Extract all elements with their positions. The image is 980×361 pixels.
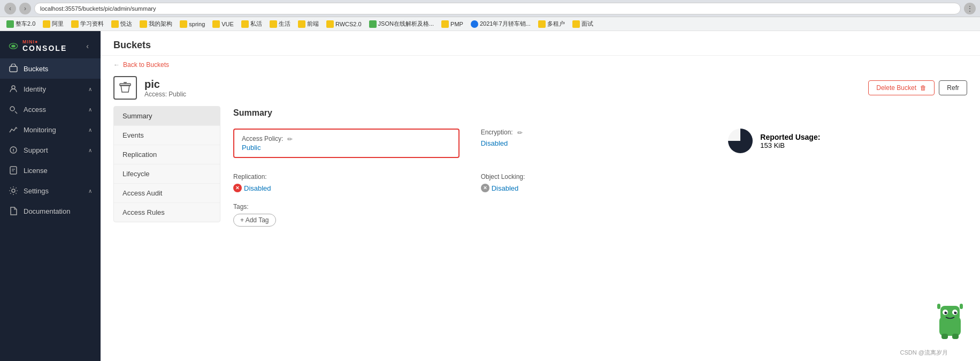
main-content: Buckets ← Back to Buckets pic [101, 31, 980, 361]
replication-disabled-icon: ✕ [233, 184, 242, 192]
sidebar-item-access[interactable]: Access ∧ [0, 99, 101, 119]
app-container: MINI● CONSOLE ‹ Buckets [0, 31, 980, 361]
refresh-button[interactable]: Refr [939, 80, 967, 95]
bookmark-frontend[interactable]: 前端 [295, 19, 322, 29]
bookmark-car[interactable]: 2021年7月轿车销... [468, 19, 534, 29]
left-nav-item-replication[interactable]: Replication [114, 145, 220, 164]
usage-section: Reported Usage: 153 KiB [728, 129, 954, 153]
encryption-value[interactable]: Disabled [481, 139, 707, 147]
svg-rect-6 [10, 167, 17, 174]
page-title: Buckets [113, 40, 967, 51]
logo-console: CONSOLE [22, 44, 67, 52]
left-nav-item-lifecycle[interactable]: Lifecycle [114, 164, 220, 184]
bookmark-icon-zhengche [6, 20, 14, 28]
logo-text: MINI● CONSOLE [22, 40, 67, 52]
left-nav-access-audit-label: Access Audit [122, 189, 162, 197]
bookmark-life[interactable]: 生活 [266, 19, 294, 29]
license-icon [9, 166, 18, 175]
panel-title: Summary [233, 108, 954, 118]
extensions-button[interactable]: ⋮ [964, 3, 976, 14]
tags-label: Tags: [233, 203, 460, 210]
left-nav-lifecycle-label: Lifecycle [122, 170, 150, 178]
minio-mascot [932, 300, 968, 343]
sidebar-item-buckets[interactable]: Buckets [0, 58, 101, 79]
bookmark-icon-rwcs [326, 20, 334, 28]
sidebar-item-identity-label: Identity [24, 85, 83, 93]
bookmark-icon-spring [180, 20, 187, 28]
bookmark-pmp[interactable]: PMP [438, 19, 466, 29]
breadcrumb: ← Back to Buckets [101, 56, 980, 72]
left-nav-item-access-rules[interactable]: Access Rules [114, 203, 220, 222]
sidebar-item-monitoring[interactable]: Monitoring ∧ [0, 119, 101, 140]
svg-point-4 [10, 107, 14, 111]
access-value: Public [169, 91, 186, 98]
bucket-icon-wrap [113, 76, 137, 100]
replication-value[interactable]: Disabled [244, 184, 271, 192]
left-nav-item-events[interactable]: Events [114, 126, 220, 145]
sidebar-item-support[interactable]: Support ∧ [0, 140, 101, 160]
bookmark-interview[interactable]: 面试 [569, 19, 596, 29]
bookmark-vue[interactable]: VUE [209, 19, 237, 29]
left-nav-item-summary[interactable]: Summary [114, 107, 220, 126]
bookmark-json[interactable]: JSON在线解析及格... [366, 19, 438, 29]
minio-logo-icon [9, 41, 18, 51]
replication-label: Replication: [233, 173, 460, 180]
svg-point-19 [946, 311, 947, 312]
access-policy-box: Access Policy: ✏ Public [233, 129, 460, 158]
delete-icon: 🗑 [920, 84, 927, 92]
url-bar[interactable]: localhost:35575/buckets/pic/admin/summar… [34, 3, 961, 14]
bookmark-private[interactable]: 私活 [238, 19, 265, 29]
sidebar-item-documentation-label: Documentation [24, 207, 92, 215]
bucket-left: pic Access: Public [113, 76, 186, 100]
bookmarks-bar: 整车2.0 阿里 学习资料 悦达 我的架构 spring VUE 私活 生活 前… [0, 17, 980, 31]
encryption-edit-icon[interactable]: ✏ [517, 129, 523, 137]
usage-text: Reported Usage: 153 KiB [760, 133, 820, 149]
access-policy-edit-icon[interactable]: ✏ [287, 136, 293, 143]
access-policy-value[interactable]: Public [242, 144, 261, 152]
sidebar-item-identity[interactable]: Identity ∧ [0, 79, 101, 99]
delete-bucket-button[interactable]: Delete Bucket 🗑 [868, 80, 935, 95]
sidebar-item-settings[interactable]: Settings ∧ [0, 180, 101, 201]
bookmark-study[interactable]: 学习资料 [68, 19, 107, 29]
bookmark-tenant[interactable]: 多租户 [535, 19, 568, 29]
monitoring-icon [9, 125, 18, 134]
browser-bar: ‹ › localhost:35575/buckets/pic/admin/su… [0, 0, 980, 17]
replication-disabled-badge: ✕ Disabled [233, 184, 460, 192]
bookmark-spring[interactable]: spring [177, 19, 208, 29]
sidebar-item-documentation[interactable]: Documentation [0, 201, 101, 221]
access-policy-section: Access Policy: ✏ Public [233, 129, 460, 162]
bookmark-zhengche[interactable]: 整车2.0 [3, 19, 39, 29]
svg-rect-2 [10, 66, 17, 72]
back-button[interactable]: ‹ [4, 3, 16, 14]
mascot-container [932, 300, 968, 345]
add-tag-button[interactable]: + Add Tag [233, 214, 276, 227]
sidebar-collapse-button[interactable]: ‹ [83, 41, 92, 51]
bookmark-icon-json [369, 20, 377, 28]
sidebar-item-monitoring-label: Monitoring [24, 126, 83, 134]
access-arrow-icon: ∧ [88, 107, 92, 112]
main-header: Buckets [101, 31, 980, 56]
bookmark-icon-vue [212, 20, 220, 28]
sidebar-item-buckets-label: Buckets [24, 65, 92, 73]
bookmark-architecture[interactable]: 我的架构 [136, 19, 175, 29]
reported-usage-title: Reported Usage: [760, 133, 820, 141]
sidebar: MINI● CONSOLE ‹ Buckets [0, 31, 101, 361]
sidebar-item-license[interactable]: License [0, 160, 101, 180]
object-locking-value[interactable]: Disabled [492, 184, 519, 192]
bookmark-icon-tenant [538, 20, 546, 28]
bookmark-icon-car [471, 20, 478, 28]
bookmark-yueda[interactable]: 悦达 [108, 19, 135, 29]
bucket-icon [118, 81, 132, 95]
left-nav-panel: Summary Events Replication Lifecycle Acc… [113, 106, 220, 222]
svg-point-1 [11, 44, 16, 47]
bookmark-icon-life [270, 20, 277, 28]
left-nav-item-access-audit[interactable]: Access Audit [114, 184, 220, 203]
delete-bucket-label: Delete Bucket [876, 84, 916, 92]
left-nav-summary-label: Summary [122, 112, 152, 120]
add-tag-label: + Add Tag [240, 216, 269, 224]
forward-button[interactable]: › [19, 3, 31, 14]
bookmark-rwcs[interactable]: RWCS2.0 [323, 19, 365, 29]
right-panel: Summary Access Policy: ✏ Public [220, 106, 967, 352]
bookmark-ali[interactable]: 阿里 [40, 19, 67, 29]
back-to-buckets-link[interactable]: Back to Buckets [123, 61, 169, 69]
